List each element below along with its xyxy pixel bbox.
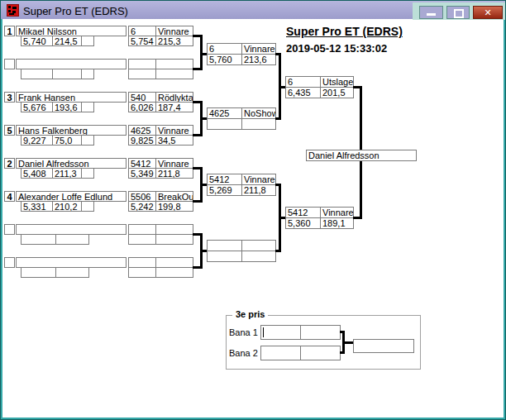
seed-box: 1 <box>4 26 15 36</box>
bracket-title: Super Pro ET (EDRS) <box>286 25 403 38</box>
seed-box: 4 <box>4 191 15 202</box>
r1-et-cell <box>128 234 156 245</box>
dial-cell <box>21 234 56 245</box>
r1-speed-cell: 34,5 <box>155 135 193 146</box>
minimize-button[interactable] <box>419 6 443 19</box>
winner-name-box: Daniel Alfredsson <box>306 150 417 161</box>
r2-et-cell <box>207 251 242 262</box>
speed-cell <box>55 267 89 278</box>
r1-et-cell: 5,754 <box>128 36 156 46</box>
dial-cell <box>21 267 56 278</box>
third-prize-winner-box <box>353 339 414 353</box>
r2-speed-cell: 213,6 <box>241 54 276 65</box>
speed-cell: 211,3 <box>52 168 82 179</box>
seed-box: 2 <box>4 158 15 169</box>
speed-cell: 214,5 <box>52 36 82 46</box>
spare-cell <box>81 201 94 212</box>
lane1-input-cell[interactable] <box>260 325 301 340</box>
maximize-button[interactable] <box>446 6 470 19</box>
dial-cell: 5,676 <box>21 102 53 112</box>
seed-box: 3 <box>4 92 15 103</box>
r1-et-cell <box>128 69 156 79</box>
seed-box: 5 <box>4 125 15 136</box>
lane2-input-cell[interactable] <box>260 346 301 360</box>
r2-et-cell <box>207 118 242 130</box>
r1-et-cell: 9,825 <box>128 135 156 146</box>
final-result-cell: Utslagen <box>320 76 354 88</box>
seed-box <box>4 224 15 235</box>
r2-speed-cell <box>241 118 276 130</box>
r1-et-cell: 5,349 <box>128 168 156 179</box>
speed-cell: 210,2 <box>52 201 82 212</box>
dial-cell: 5,408 <box>21 168 53 179</box>
close-button[interactable]: ✕ <box>473 6 503 19</box>
r1-speed-cell: 211,8 <box>155 168 193 179</box>
r2-no-cell: 6 <box>207 43 242 55</box>
spare-cell <box>81 135 94 146</box>
lane2-label: Bana 2 <box>229 348 258 358</box>
third-prize-label: 3e pris <box>232 309 268 319</box>
lane1-input-cell2[interactable] <box>300 325 341 340</box>
spare-cell <box>81 102 94 112</box>
seed-box <box>4 59 15 69</box>
r2-no-cell: 5412 <box>207 174 242 185</box>
final-no-cell: 6 <box>285 76 321 88</box>
app-window: Super Pro ET (EDRS) ✕ Super Pro ET (EDRS… <box>0 0 506 420</box>
lane1-label: Bana 1 <box>229 327 258 337</box>
final-et-cell: 6,435 <box>285 87 321 98</box>
r1-et-cell <box>128 267 156 278</box>
r1-speed-cell <box>155 267 193 278</box>
r2-et-cell: 5,269 <box>207 184 242 196</box>
r2-result-cell: NoShow <box>241 107 276 119</box>
dial-cell <box>21 69 53 79</box>
r1-speed-cell: 199,8 <box>155 201 193 212</box>
lane2-input-cell2[interactable] <box>300 346 341 360</box>
speed-cell <box>55 234 89 245</box>
bracket-line <box>344 341 353 344</box>
r2-result-cell <box>241 240 276 251</box>
speed-cell <box>52 69 82 79</box>
dial-cell: 5,740 <box>21 36 53 46</box>
r1-speed-cell <box>155 234 193 245</box>
r1-et-cell: 5,242 <box>128 201 156 212</box>
window-title: Super Pro ET (EDRS) <box>23 5 128 17</box>
r2-no-cell <box>207 240 242 251</box>
final-no-cell: 5412 <box>285 207 321 218</box>
seed-box <box>4 257 15 268</box>
speed-cell: 193,6 <box>52 102 82 112</box>
text-caret <box>263 327 264 337</box>
r2-no-cell: 4625 <box>207 107 242 119</box>
spare-cell <box>81 69 94 79</box>
final-speed-cell: 189,1 <box>320 217 354 229</box>
r1-et-cell: 6,026 <box>128 102 156 112</box>
r1-speed-cell: 215,3 <box>155 36 193 46</box>
bracket-timestamp: 2019-05-12 15:33:02 <box>286 42 387 55</box>
dial-cell: 9,227 <box>21 135 53 146</box>
speed-cell: 75,0 <box>52 135 82 146</box>
dial-cell: 5,331 <box>21 201 53 212</box>
r2-result-cell: Vinnare <box>241 174 276 185</box>
close-icon: ✕ <box>474 7 502 18</box>
r2-speed-cell: 211,8 <box>241 184 276 196</box>
r2-speed-cell <box>241 251 276 262</box>
r1-speed-cell <box>155 69 193 79</box>
title-bar[interactable]: Super Pro ET (EDRS) ✕ <box>1 1 505 19</box>
spare-cell <box>81 168 94 179</box>
final-result-cell: Vinnare <box>320 207 354 218</box>
final-speed-cell: 201,5 <box>320 87 354 98</box>
final-et-cell: 5,360 <box>285 217 321 229</box>
r2-et-cell: 5,760 <box>207 54 242 65</box>
maximize-icon <box>454 9 464 18</box>
dice-app-icon <box>7 4 19 17</box>
minimize-icon <box>427 13 436 16</box>
window-controls: ✕ <box>413 2 505 20</box>
r1-speed-cell: 187,4 <box>155 102 193 112</box>
r2-result-cell: Vinnare <box>241 43 276 55</box>
spare-cell <box>81 36 94 46</box>
